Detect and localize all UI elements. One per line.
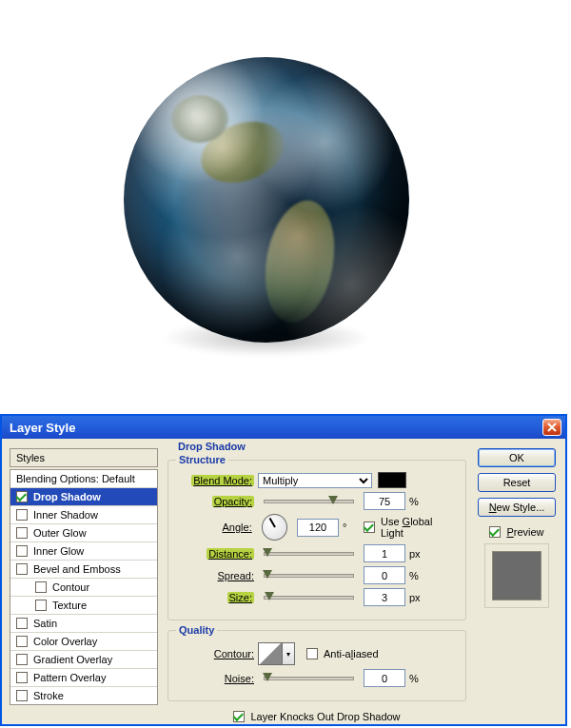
close-icon	[547, 423, 557, 432]
size-input[interactable]	[364, 588, 405, 606]
style-label: Drop Shadow	[33, 491, 101, 502]
size-unit: px	[409, 592, 426, 603]
global-light-checkbox[interactable]	[364, 521, 375, 533]
size-slider[interactable]	[264, 596, 354, 600]
angle-dial[interactable]	[262, 514, 287, 541]
spread-slider[interactable]	[264, 574, 354, 578]
contour-label: Contour:	[178, 648, 258, 659]
style-label: Pattern Overlay	[33, 672, 106, 683]
contour-dropdown[interactable]: ▾	[283, 642, 295, 665]
styles-header[interactable]: Styles	[10, 448, 158, 467]
style-checkbox[interactable]	[16, 491, 28, 502]
style-checkbox[interactable]	[35, 581, 47, 593]
style-label: Satin	[33, 618, 57, 629]
style-row-outer-glow[interactable]: Outer Glow	[10, 523, 157, 541]
new-style-button[interactable]: New Style...	[478, 498, 556, 517]
blend-mode-select[interactable]: Multiply	[258, 473, 372, 488]
noise-label: Noise:	[178, 673, 258, 684]
style-row-texture[interactable]: Texture	[10, 596, 157, 614]
style-row-color-overlay[interactable]: Color Overlay	[10, 632, 157, 650]
style-label: Contour	[52, 581, 89, 593]
style-label: Stroke	[33, 690, 64, 701]
opacity-slider[interactable]	[264, 500, 354, 503]
style-label: Texture	[52, 600, 87, 611]
style-row-gradient-overlay[interactable]: Gradient Overlay	[10, 650, 157, 668]
style-row-pattern-overlay[interactable]: Pattern Overlay	[10, 668, 157, 686]
layer-style-dialog: Layer Style Styles Blending Options: Def…	[0, 414, 567, 726]
style-row-blending-options-default[interactable]: Blending Options: Default	[10, 470, 157, 487]
antialias-checkbox[interactable]	[306, 648, 318, 659]
titlebar[interactable]: Layer Style	[2, 416, 565, 439]
angle-unit: °	[343, 521, 360, 533]
style-label: Gradient Overlay	[33, 654, 112, 665]
style-label: Outer Glow	[33, 527, 87, 539]
style-row-stroke[interactable]: Stroke	[10, 686, 157, 704]
style-checkbox[interactable]	[35, 600, 47, 611]
distance-unit: px	[409, 548, 426, 560]
styles-list: Blending Options: DefaultDrop ShadowInne…	[10, 469, 158, 705]
style-checkbox[interactable]	[16, 636, 28, 647]
reset-button[interactable]: Reset	[478, 473, 556, 492]
button-column: OK Reset New Style... Preview	[476, 448, 558, 608]
noise-slider[interactable]	[264, 677, 354, 680]
opacity-label: Opacity:	[178, 496, 258, 507]
noise-unit: %	[409, 673, 426, 684]
styles-column: Styles Blending Options: DefaultDrop Sha…	[10, 448, 158, 705]
style-row-satin[interactable]: Satin	[10, 614, 157, 632]
panel-title: Drop Shadow	[175, 441, 248, 452]
settings-column: Drop Shadow Structure Blend Mode: Multip…	[158, 448, 476, 726]
style-label: Inner Glow	[33, 545, 84, 557]
preview-thumbnail-frame	[484, 543, 549, 608]
style-row-inner-shadow[interactable]: Inner Shadow	[10, 505, 157, 523]
style-label: Inner Shadow	[33, 509, 98, 521]
preview-label: Preview	[506, 526, 543, 538]
structure-legend: Structure	[176, 454, 228, 465]
style-checkbox[interactable]	[16, 690, 28, 701]
knockout-label: Layer Knocks Out Drop Shadow	[250, 711, 400, 722]
spread-input[interactable]	[364, 566, 405, 584]
ok-button[interactable]: OK	[478, 448, 556, 467]
distance-label: Distance:	[178, 548, 258, 560]
opacity-input[interactable]	[364, 492, 405, 510]
preview-stage	[0, 0, 571, 414]
style-checkbox[interactable]	[16, 618, 28, 629]
style-label: Blending Options: Default	[16, 473, 135, 484]
style-checkbox[interactable]	[16, 509, 28, 521]
style-label: Bevel and Emboss	[33, 563, 121, 575]
style-row-inner-glow[interactable]: Inner Glow	[10, 541, 157, 560]
close-button[interactable]	[542, 419, 561, 436]
style-checkbox[interactable]	[16, 672, 28, 683]
spread-label: Spread:	[178, 570, 258, 581]
style-checkbox[interactable]	[16, 654, 28, 665]
angle-input[interactable]	[297, 519, 339, 537]
global-light-label: Use Global Light	[381, 516, 456, 539]
spread-unit: %	[409, 570, 426, 581]
size-label: Size:	[178, 592, 258, 603]
quality-legend: Quality	[176, 624, 217, 636]
shadow-color-swatch[interactable]	[378, 472, 406, 488]
style-row-contour[interactable]: Contour	[10, 578, 157, 596]
opacity-unit: %	[409, 496, 426, 507]
style-row-bevel-and-emboss[interactable]: Bevel and Emboss	[10, 560, 157, 578]
knockout-checkbox[interactable]	[233, 711, 245, 722]
noise-input[interactable]	[364, 669, 405, 687]
earth-graphic	[124, 57, 409, 343]
angle-label: Angle:	[178, 521, 256, 533]
preview-checkbox[interactable]	[489, 526, 501, 538]
dialog-title: Layer Style	[10, 421, 542, 435]
style-label: Color Overlay	[33, 636, 97, 647]
blend-mode-label: Blend Mode:	[178, 475, 258, 486]
contour-picker[interactable]	[258, 642, 283, 665]
style-checkbox[interactable]	[16, 527, 28, 539]
distance-slider[interactable]	[264, 552, 354, 556]
antialias-label: Anti-aliased	[324, 648, 379, 659]
style-row-drop-shadow[interactable]: Drop Shadow	[10, 487, 157, 505]
distance-input[interactable]	[364, 544, 405, 562]
preview-thumbnail	[493, 552, 541, 600]
style-checkbox[interactable]	[16, 563, 28, 575]
style-checkbox[interactable]	[16, 545, 28, 557]
